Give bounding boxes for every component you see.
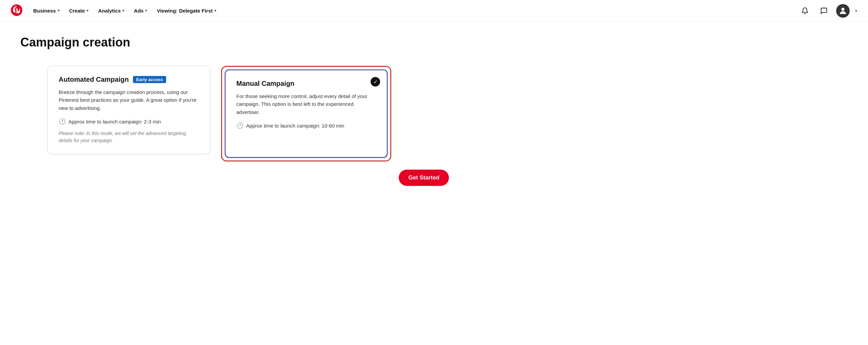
manual-campaign-card[interactable]: ✓ Manual Campaign For those seeking more… [225,70,388,158]
early-access-badge: Early access [133,76,166,83]
automated-card-description: Breeze through the campaign creation pro… [59,88,199,112]
manual-time-label: Approx time to launch campaign: 10-60 mi… [246,123,344,129]
automated-time-label: Approx time to launch campaign: 2-3 min [68,119,161,124]
svg-point-1 [841,7,844,11]
selection-highlight-box: ✓ Manual Campaign For those seeking more… [221,66,391,161]
nav-item-business[interactable]: Business ▾ [29,5,64,16]
clock-icon: 🕐 [59,118,66,125]
manual-card-description: For those seeking more control, adjust e… [236,92,376,116]
selected-checkmark-icon: ✓ [371,77,380,87]
nav-item-ads[interactable]: Ads ▾ [130,5,151,16]
nav-items: Business ▾ Create ▾ Analytics ▾ Ads ▾ Vi… [29,5,798,16]
nav-item-create[interactable]: Create ▾ [65,5,93,16]
automated-card-time: 🕐 Approx time to launch campaign: 2-3 mi… [59,118,199,125]
get-started-row: Get Started [47,170,454,186]
clock-icon: 🕐 [236,122,243,129]
nav-item-viewing[interactable]: Viewing: Delegate First ▾ [153,5,220,16]
get-started-button[interactable]: Get Started [399,170,449,186]
automated-card-header: Automated Campaign Early access [59,76,199,83]
pinterest-logo[interactable] [11,4,22,17]
messages-button[interactable] [817,4,831,18]
page-title: Campaign creation [20,35,454,50]
manual-card-time: 🕐 Approx time to launch campaign: 10-60 … [236,122,376,129]
automated-card-title: Automated Campaign [59,76,129,83]
main-content: Campaign creation Automated Campaign Ear… [0,22,475,199]
manual-card-header: Manual Campaign [236,80,376,88]
manual-card-title: Manual Campaign [236,80,294,88]
chevron-down-icon: ▾ [122,8,124,13]
avatar-chevron-icon[interactable]: ▾ [855,8,857,13]
top-navigation: Business ▾ Create ▾ Analytics ▾ Ads ▾ Vi… [0,0,868,22]
notifications-button[interactable] [798,4,812,18]
chevron-down-icon: ▾ [58,8,60,13]
automated-campaign-card[interactable]: Automated Campaign Early access Breeze t… [47,66,210,154]
chevron-down-icon: ▾ [86,8,88,13]
automated-card-note: Please note: In this mode, we will set t… [59,130,199,144]
chevron-down-icon: ▾ [214,8,216,13]
nav-item-analytics[interactable]: Analytics ▾ [94,5,129,16]
user-avatar[interactable] [836,4,850,18]
chevron-down-icon: ▾ [145,8,147,13]
nav-right: ▾ [798,4,857,18]
campaign-cards-container: Automated Campaign Early access Breeze t… [47,66,454,161]
